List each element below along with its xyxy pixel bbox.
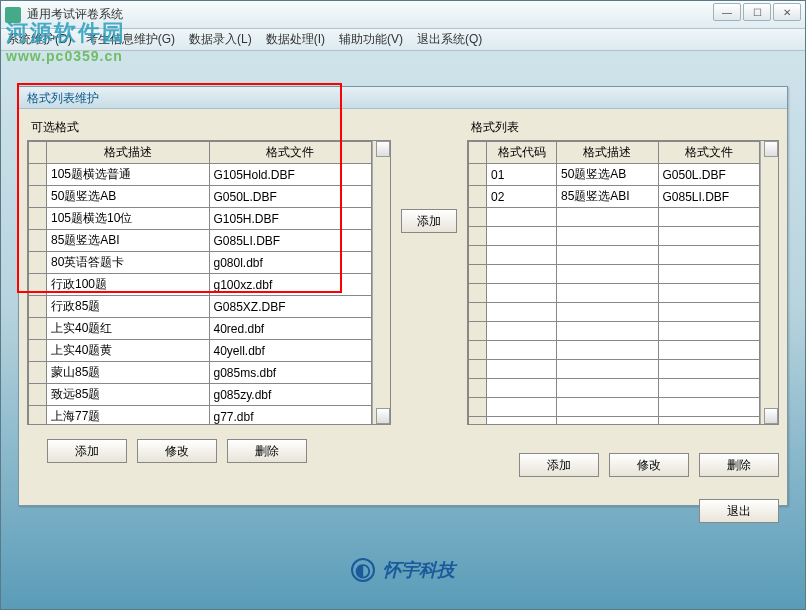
dialog-title: 格式列表维护 [19, 87, 787, 109]
scrollbar[interactable] [760, 141, 778, 424]
col-format-file-r[interactable]: 格式文件 [658, 142, 760, 164]
table-row[interactable] [469, 246, 760, 265]
table-row[interactable]: 行政85题G085XZ.DBF [29, 296, 372, 318]
maximize-button[interactable]: ☐ [743, 3, 771, 21]
table-row[interactable]: 0150题竖选ABG050L.DBF [469, 164, 760, 186]
table-row[interactable] [469, 284, 760, 303]
brand-icon: ◐ [351, 558, 375, 582]
menu-data-process[interactable]: 数据处理(I) [266, 31, 325, 48]
exit-button[interactable]: 退出 [699, 499, 779, 523]
table-row[interactable]: 上实40题红40red.dbf [29, 318, 372, 340]
table-row[interactable]: 50题竖选ABG050L.DBF [29, 186, 372, 208]
left-delete-button[interactable]: 删除 [227, 439, 307, 463]
format-list-panel: 格式列表 格式代码 格式描述 格式文件 0150题竖选ABG050L.DBF02… [459, 109, 787, 505]
table-row[interactable]: 80英语答题卡g080l.dbf [29, 252, 372, 274]
col-format-code[interactable]: 格式代码 [487, 142, 557, 164]
table-row[interactable]: 105题横选10位G105H.DBF [29, 208, 372, 230]
app-icon [5, 7, 21, 23]
table-row[interactable]: 上实40题黄40yell.dbf [29, 340, 372, 362]
titlebar: 通用考试评卷系统 — ☐ ✕ [1, 1, 805, 29]
middle-column: 添加 [399, 109, 459, 505]
table-row[interactable] [469, 398, 760, 417]
footer-brand: ◐ 怀宇科技 [351, 558, 455, 582]
table-row[interactable] [469, 303, 760, 322]
right-delete-button[interactable]: 删除 [699, 453, 779, 477]
menu-system[interactable]: 系统维护(D) [7, 31, 72, 48]
table-row[interactable]: 85题竖选ABIG085LI.DBF [29, 230, 372, 252]
table-row[interactable] [469, 227, 760, 246]
window-title: 通用考试评卷系统 [27, 6, 123, 23]
menu-aux[interactable]: 辅助功能(V) [339, 31, 403, 48]
available-formats-label: 可选格式 [31, 119, 391, 136]
col-format-file[interactable]: 格式文件 [209, 142, 372, 164]
brand-text: 怀宇科技 [383, 558, 455, 582]
left-add-button[interactable]: 添加 [47, 439, 127, 463]
table-row[interactable]: 上海77题g77.dbf [29, 406, 372, 426]
available-formats-grid[interactable]: 格式描述 格式文件 105题横选普通G105Hold.DBF50题竖选ABG05… [27, 140, 391, 425]
menu-data-entry[interactable]: 数据录入(L) [189, 31, 252, 48]
table-row[interactable]: 致远85题g085zy.dbf [29, 384, 372, 406]
table-row[interactable] [469, 208, 760, 227]
col-format-desc-r[interactable]: 格式描述 [557, 142, 659, 164]
table-row[interactable] [469, 265, 760, 284]
left-edit-button[interactable]: 修改 [137, 439, 217, 463]
table-row[interactable] [469, 341, 760, 360]
menu-student-info[interactable]: 考生信息维护(G) [86, 31, 175, 48]
table-row[interactable]: 行政100题g100xz.dbf [29, 274, 372, 296]
table-row[interactable] [469, 322, 760, 341]
format-list-grid[interactable]: 格式代码 格式描述 格式文件 0150题竖选ABG050L.DBF0285题竖选… [467, 140, 779, 425]
table-row[interactable] [469, 417, 760, 426]
close-button[interactable]: ✕ [773, 3, 801, 21]
menubar: 系统维护(D) 考生信息维护(G) 数据录入(L) 数据处理(I) 辅助功能(V… [1, 29, 805, 51]
right-edit-button[interactable]: 修改 [609, 453, 689, 477]
table-row[interactable]: 105题横选普通G105Hold.DBF [29, 164, 372, 186]
right-add-button[interactable]: 添加 [519, 453, 599, 477]
format-dialog: 格式列表维护 可选格式 格式描述 格式文件 105题横选普通G105Ho [18, 86, 788, 506]
table-row[interactable]: 蒙山85题g085ms.dbf [29, 362, 372, 384]
menu-exit[interactable]: 退出系统(Q) [417, 31, 482, 48]
table-row[interactable] [469, 360, 760, 379]
format-list-label: 格式列表 [471, 119, 779, 136]
available-formats-panel: 可选格式 格式描述 格式文件 105题横选普通G105Hold.DBF50题竖选… [19, 109, 399, 505]
table-row[interactable]: 0285题竖选ABIG085LI.DBF [469, 186, 760, 208]
col-format-desc[interactable]: 格式描述 [47, 142, 210, 164]
table-row[interactable] [469, 379, 760, 398]
transfer-add-button[interactable]: 添加 [401, 209, 457, 233]
minimize-button[interactable]: — [713, 3, 741, 21]
scrollbar[interactable] [372, 141, 390, 424]
